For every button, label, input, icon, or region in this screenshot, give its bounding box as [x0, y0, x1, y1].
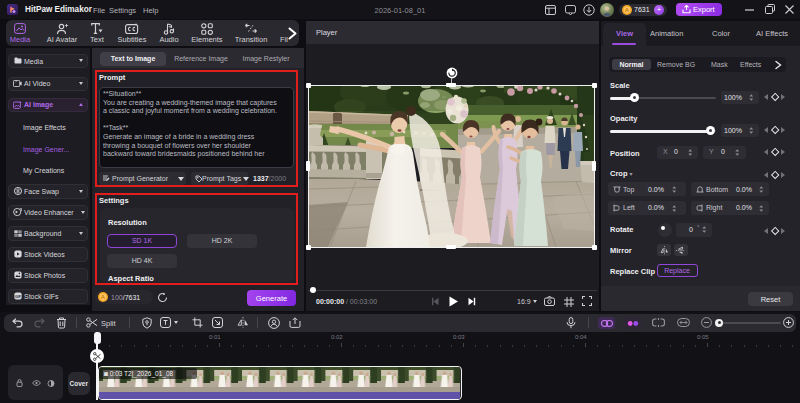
svg-text:A: A [624, 7, 629, 13]
svg-text:GIF: GIF [15, 295, 22, 299]
svg-text:A: A [101, 294, 106, 300]
